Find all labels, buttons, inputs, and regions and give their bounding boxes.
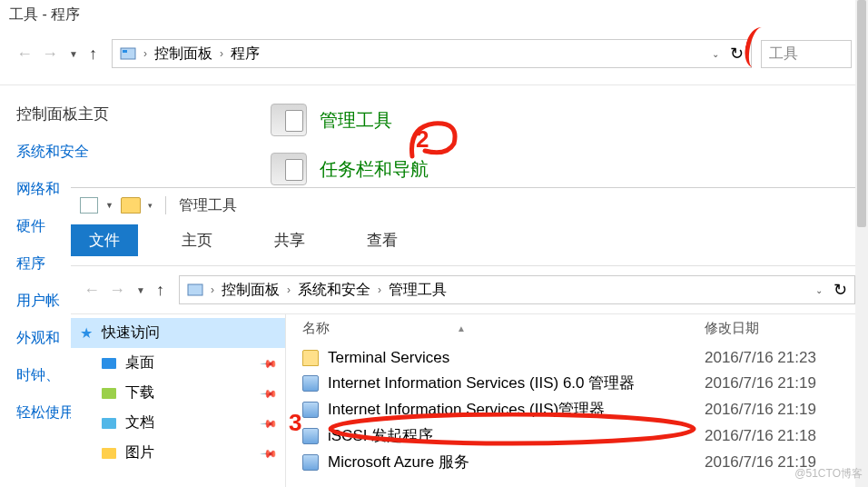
item-name: iSCSI 发起程序 bbox=[328, 425, 433, 446]
breadcrumb-item[interactable]: 控制面板 bbox=[222, 281, 280, 300]
tab-home[interactable]: 主页 bbox=[163, 224, 231, 256]
chevron-down-icon[interactable]: ⌄ bbox=[710, 49, 721, 59]
documents-icon bbox=[102, 418, 116, 429]
tab-view[interactable]: 查看 bbox=[349, 224, 416, 256]
taskbar-icon: ✔✔ bbox=[271, 153, 307, 185]
breadcrumb-item[interactable]: 管理工具 bbox=[389, 281, 447, 300]
tab-share[interactable]: 共享 bbox=[256, 224, 323, 256]
up-icon[interactable]: ↑ bbox=[89, 45, 97, 64]
item-date: 2016/7/16 21:19 bbox=[705, 374, 859, 393]
shortcut-icon bbox=[302, 402, 319, 418]
tool-admin-tools[interactable]: ✔✔✔ 管理工具 bbox=[271, 104, 429, 136]
breadcrumb-item[interactable]: 控制面板 bbox=[154, 45, 212, 64]
chevron-down-icon[interactable]: ⌄ bbox=[814, 285, 824, 295]
downloads-icon bbox=[102, 388, 116, 399]
tree-documents[interactable]: 文档 📌 bbox=[71, 408, 285, 438]
col-date[interactable]: 修改日期 bbox=[705, 320, 859, 337]
nav-bar: ← → ▼ ↑ › 控制面板 › 系统和安全 › 管理工具 ⌄ ↻ bbox=[71, 266, 868, 314]
tree-label: 文档 bbox=[125, 413, 154, 432]
history-dropdown-icon[interactable]: ▼ bbox=[67, 49, 80, 59]
control-panel-icon bbox=[187, 282, 203, 298]
refresh-icon[interactable]: ↻ bbox=[833, 280, 847, 300]
pin-icon: 📌 bbox=[260, 413, 279, 432]
pin-icon: 📌 bbox=[260, 383, 279, 403]
back-icon[interactable]: ← bbox=[84, 281, 100, 300]
item-date: 2016/7/16 21:19 bbox=[705, 401, 859, 419]
refresh-icon[interactable]: ↻ bbox=[730, 44, 744, 64]
breadcrumb-item[interactable]: 程序 bbox=[231, 45, 260, 64]
shortcut-icon bbox=[302, 428, 319, 444]
breadcrumb-bar[interactable]: › 控制面板 › 程序 ⌄ ↻ bbox=[112, 39, 752, 68]
chevron-right-icon: › bbox=[376, 283, 383, 296]
item-name: Microsoft Azure 服务 bbox=[328, 452, 469, 472]
window-title: 管理工具 bbox=[179, 196, 237, 215]
item-date: 2016/7/16 21:23 bbox=[705, 349, 859, 367]
chevron-right-icon: › bbox=[218, 47, 225, 60]
folder-icon bbox=[121, 197, 141, 214]
breadcrumb-item[interactable]: 系统和安全 bbox=[298, 281, 370, 300]
svg-rect-1 bbox=[123, 50, 127, 53]
tool-taskbar-nav[interactable]: ✔✔ 任务栏和导航 bbox=[271, 153, 429, 185]
chevron-right-icon: › bbox=[285, 283, 292, 296]
svg-rect-2 bbox=[188, 284, 202, 295]
pin-icon: 📌 bbox=[260, 353, 279, 373]
pictures-icon bbox=[102, 448, 116, 459]
nav-tree: ★ 快速访问 桌面 📌 下载 📌 文档 📌 图片 📌 bbox=[71, 314, 285, 487]
admin-tools-icon: ✔✔✔ bbox=[271, 104, 307, 136]
scrollbar-thumb[interactable] bbox=[857, 0, 866, 227]
tool-label: 任务栏和导航 bbox=[320, 157, 429, 182]
list-item[interactable]: Terminal Services 2016/7/16 21:23 bbox=[295, 346, 859, 370]
explorer-body: ★ 快速访问 桌面 📌 下载 📌 文档 📌 图片 📌 bbox=[71, 314, 868, 487]
pin-icon: 📌 bbox=[260, 443, 279, 462]
history-dropdown-icon[interactable]: ▼ bbox=[134, 285, 147, 295]
ribbon-tabs: 文件 主页 共享 查看 bbox=[71, 217, 868, 266]
sidebar-link-system-security[interactable]: 系统和安全 bbox=[16, 143, 125, 162]
tree-label: 桌面 bbox=[125, 353, 154, 373]
tool-label: 管理工具 bbox=[320, 108, 392, 133]
tree-label: 下载 bbox=[125, 383, 154, 403]
tab-file[interactable]: 文件 bbox=[71, 224, 138, 256]
file-list: 名称▲ 修改日期 Terminal Services 2016/7/16 21:… bbox=[285, 314, 868, 487]
col-name[interactable]: 名称 bbox=[302, 320, 330, 337]
list-item[interactable]: iSCSI 发起程序 2016/7/16 21:18 bbox=[295, 422, 859, 449]
qat-dropdown-icon[interactable]: ▼ bbox=[105, 201, 113, 210]
breadcrumb-bar[interactable]: › 控制面板 › 系统和安全 › 管理工具 ⌄ ↻ bbox=[179, 275, 855, 304]
sidebar-header[interactable]: 控制面板主页 bbox=[16, 104, 125, 124]
properties-icon[interactable] bbox=[80, 197, 98, 214]
sort-indicator-icon: ▲ bbox=[457, 323, 466, 333]
search-input[interactable]: 工具 bbox=[761, 40, 852, 68]
list-item[interactable]: Internet Information Services (IIS) 6.0 … bbox=[295, 370, 859, 396]
control-panel-icon bbox=[120, 45, 136, 62]
separator bbox=[165, 196, 166, 214]
tree-label: 图片 bbox=[125, 443, 154, 462]
up-icon[interactable]: ↑ bbox=[156, 281, 164, 300]
tree-downloads[interactable]: 下载 📌 bbox=[71, 378, 285, 408]
folder-icon bbox=[302, 350, 319, 366]
watermark: @51CTO博客 bbox=[794, 466, 863, 482]
star-icon: ★ bbox=[80, 324, 93, 342]
tree-desktop[interactable]: 桌面 📌 bbox=[71, 348, 285, 378]
shortcut-icon bbox=[302, 454, 319, 471]
shortcut-icon bbox=[302, 375, 319, 392]
item-date: 2016/7/16 21:18 bbox=[705, 427, 859, 445]
qat-dropdown-icon[interactable]: ▾ bbox=[148, 201, 153, 210]
item-name: Terminal Services bbox=[328, 349, 449, 367]
list-item-iis-manager[interactable]: Internet Information Services (IIS)管理器 2… bbox=[295, 396, 859, 422]
chevron-right-icon: › bbox=[142, 47, 149, 60]
desktop-icon bbox=[102, 358, 116, 369]
list-item[interactable]: Microsoft Azure 服务 2016/7/16 21:19 bbox=[295, 449, 859, 475]
tree-quick-access[interactable]: ★ 快速访问 bbox=[71, 318, 285, 348]
forward-icon[interactable]: → bbox=[42, 45, 58, 64]
quick-access-toolbar: ▼ ▾ 管理工具 bbox=[71, 188, 868, 217]
column-headers[interactable]: 名称▲ 修改日期 bbox=[295, 314, 859, 346]
window-title: 工具 - 程序 bbox=[0, 0, 868, 30]
vertical-scrollbar[interactable] bbox=[855, 0, 868, 487]
forward-icon[interactable]: → bbox=[109, 281, 125, 300]
tree-label: 快速访问 bbox=[102, 323, 160, 343]
tree-pictures[interactable]: 图片 📌 bbox=[71, 438, 285, 468]
back-icon[interactable]: ← bbox=[16, 45, 33, 64]
item-name: Internet Information Services (IIS)管理器 bbox=[328, 399, 605, 420]
chevron-right-icon: › bbox=[209, 283, 216, 296]
nav-bar: ← → ▼ ↑ › 控制面板 › 程序 ⌄ ↻ 工具 bbox=[0, 30, 868, 85]
item-name: Internet Information Services (IIS) 6.0 … bbox=[328, 373, 635, 393]
